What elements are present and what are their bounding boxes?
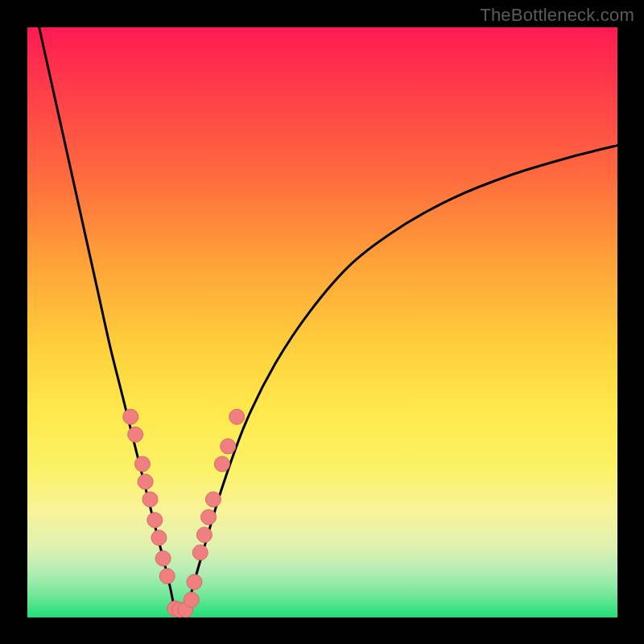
scatter-dot: [142, 492, 158, 507]
scatter-dot: [187, 575, 202, 590]
scatter-dot: [151, 530, 167, 546]
scatter-dot: [229, 409, 245, 424]
curve-right-curve: [187, 146, 617, 612]
scatter-dot: [184, 592, 199, 608]
scatter-dot: [205, 492, 221, 507]
scatter-dot: [128, 427, 143, 442]
curve-group: [39, 27, 617, 612]
scatter-dot: [201, 510, 217, 525]
chart-svg: [27, 27, 617, 617]
scatter-group: [123, 409, 245, 617]
plot-area: [27, 27, 617, 617]
scatter-dot: [196, 527, 212, 543]
scatter-dot: [221, 439, 236, 454]
scatter-dot: [147, 513, 163, 528]
watermark-text: TheBottleneck.com: [480, 5, 634, 26]
scatter-dot: [155, 551, 171, 566]
scatter-dot: [192, 545, 208, 560]
chart-frame: TheBottleneck.com: [0, 0, 644, 644]
scatter-dot: [123, 409, 138, 424]
scatter-dot: [138, 474, 153, 489]
scatter-dot: [214, 456, 229, 472]
scatter-dot: [134, 456, 150, 472]
scatter-dot: [159, 568, 175, 584]
